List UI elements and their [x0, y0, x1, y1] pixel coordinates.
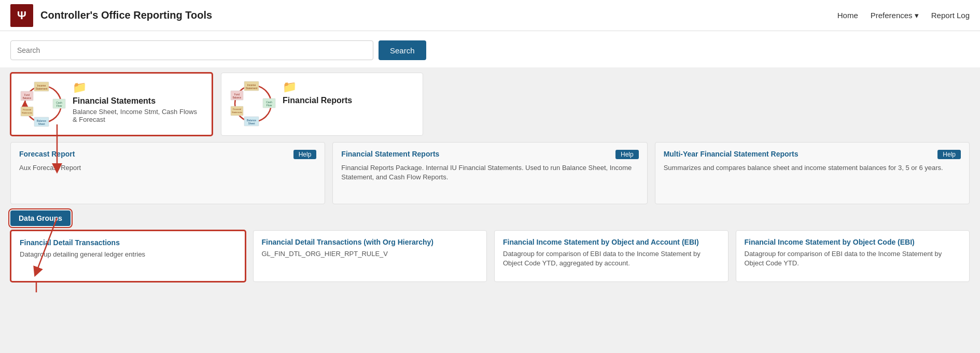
header: Ψ Controller's Office Reporting Tools Ho…	[0, 0, 980, 31]
svg-text:Sheet: Sheet	[38, 122, 45, 125]
data-groups-button[interactable]: Data Groups	[10, 210, 71, 226]
multi-year-reports-link[interactable]: Multi-Year Financial Statement Reports	[664, 150, 799, 158]
income-statement-ebi-link[interactable]: Financial Income Statement by Object and…	[503, 238, 720, 246]
financial-detail-org-desc: GL_FIN_DTL_ORG_HIER_RPT_RULE_V	[262, 249, 479, 259]
income-statement-ebi-card: Financial Income Statement by Object and…	[494, 230, 729, 282]
folder-icon-2: 📁	[283, 80, 352, 94]
financial-detail-org-card: Financial Detail Transactions (with Org …	[253, 230, 487, 282]
preferences-link[interactable]: Preferences ▾	[871, 11, 919, 20]
svg-text:Balance: Balance	[233, 96, 242, 99]
multi-year-help-badge[interactable]: Help	[937, 150, 961, 159]
financial-statement-reports-link[interactable]: Financial Statement Reports	[341, 150, 439, 158]
financial-statement-reports-card: Financial Statement Reports Help Financi…	[332, 142, 647, 204]
report-cards-section: Forecast Report Help Aux Forecast Report…	[10, 142, 970, 204]
svg-text:Balance: Balance	[23, 97, 32, 100]
financial-reports-name: Financial Reports	[283, 96, 352, 105]
svg-text:Sheet: Sheet	[248, 122, 255, 125]
income-statement-obj-desc: Datagroup for comparison of EBI data to …	[745, 249, 961, 268]
svg-text:Flow: Flow	[57, 104, 62, 107]
forecast-report-header: Forecast Report Help	[19, 150, 316, 159]
financial-statements-desc: Balance Sheet, Income Stmt, Cash Flows &…	[73, 108, 203, 123]
main-content: Income Statement Cash Flow Balance Sheet…	[0, 67, 980, 292]
search-button[interactable]: Search	[379, 40, 426, 60]
folder-icon: 📁	[73, 81, 203, 94]
svg-text:Fund: Fund	[234, 93, 240, 96]
data-groups-section: Data Groups Financial Detail Transaction…	[10, 210, 970, 282]
report-log-link[interactable]: Report Log	[931, 11, 970, 20]
income-statement-obj-card: Financial Income Statement by Object Cod…	[736, 230, 970, 282]
multi-year-reports-card: Multi-Year Financial Statement Reports H…	[655, 142, 970, 204]
financial-detail-org-link[interactable]: Financial Detail Transactions (with Org …	[262, 238, 479, 246]
financial-reports-content: 📁 Financial Reports	[283, 80, 352, 107]
chevron-down-icon: ▾	[915, 11, 919, 20]
financial-statements-content: 📁 Financial Statements Balance Sheet, In…	[73, 81, 203, 123]
svg-text:Statements: Statements	[22, 111, 32, 114]
header-nav: Home Preferences ▾ Report Log	[837, 11, 970, 20]
svg-text:Statement: Statement	[246, 87, 258, 90]
financial-detail-desc: Datagroup detailing general ledger entri…	[20, 250, 236, 259]
multi-year-reports-desc: Summarizes and compares balance sheet an…	[664, 163, 961, 173]
forecast-report-link[interactable]: Forecast Report	[19, 150, 75, 158]
financial-detail-link[interactable]: Financial Detail Transactions	[20, 238, 236, 247]
forecast-report-card: Forecast Report Help Aux Forecast Report	[10, 142, 325, 204]
forecast-report-desc: Aux Forecast Report	[19, 163, 316, 173]
search-area: Search	[0, 31, 980, 67]
financial-reports-card[interactable]: Income Statement Cash Flow Balance Sheet…	[221, 73, 423, 136]
income-statement-obj-link[interactable]: Financial Income Statement by Object Cod…	[745, 238, 961, 246]
financial-detail-card: Financial Detail Transactions Datagroup …	[10, 230, 246, 282]
svg-text:Financial: Financial	[233, 108, 241, 110]
multi-year-reports-header: Multi-Year Financial Statement Reports H…	[664, 150, 961, 159]
preferences-label: Preferences	[871, 11, 913, 20]
financial-statements-card[interactable]: Income Statement Cash Flow Balance Sheet…	[10, 73, 213, 136]
data-groups-cards-row: Financial Detail Transactions Datagroup …	[10, 230, 970, 282]
forecast-help-badge[interactable]: Help	[293, 150, 317, 159]
search-input[interactable]	[10, 40, 373, 60]
svg-text:Financial: Financial	[23, 108, 31, 111]
financial-statement-reports-desc: Financial Reports Package. Internal IU F…	[341, 163, 638, 182]
financial-statements-diagram: Income Statement Cash Flow Balance Sheet…	[20, 81, 66, 128]
financial-statement-reports-header: Financial Statement Reports Help	[341, 150, 638, 159]
svg-text:Statements: Statements	[232, 111, 242, 114]
svg-text:Fund: Fund	[24, 94, 30, 96]
top-cards-row: Income Statement Cash Flow Balance Sheet…	[10, 73, 970, 136]
data-groups-label-row: Data Groups	[10, 210, 970, 226]
financial-reports-diagram: Income Statement Cash Flow Balance Sheet…	[230, 80, 276, 127]
iu-logo: Ψ	[10, 4, 33, 27]
svg-text:Statement: Statement	[36, 87, 48, 90]
financial-statement-help-badge[interactable]: Help	[615, 150, 639, 159]
home-link[interactable]: Home	[837, 11, 858, 20]
income-statement-ebi-desc: Datagroup for comparison of EBI data to …	[503, 249, 720, 268]
financial-statements-name: Financial Statements	[73, 96, 203, 106]
svg-text:Flow: Flow	[267, 104, 272, 107]
app-title: Controller's Office Reporting Tools	[40, 9, 837, 21]
